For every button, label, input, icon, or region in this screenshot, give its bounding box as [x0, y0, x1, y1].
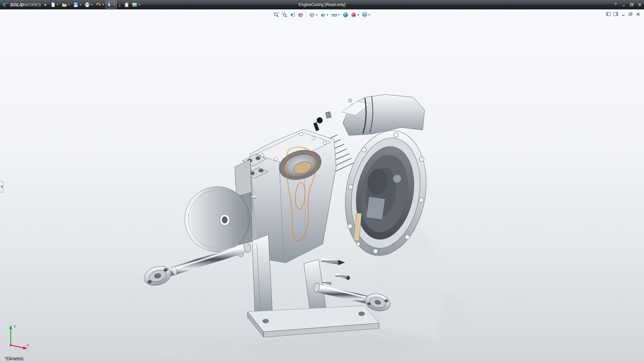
toolbar-separator: [306, 12, 307, 17]
print-button[interactable]: ▼: [83, 1, 95, 9]
main-toolbar: ▼ ▼ ▼: [49, 0, 142, 9]
previous-view-button[interactable]: [289, 11, 297, 18]
view-settings-button[interactable]: ▼: [361, 11, 371, 18]
dropdown-arrow-icon[interactable]: ▼: [315, 13, 318, 16]
options-button[interactable]: ▼: [130, 1, 142, 9]
reference-triad: Y X: [5, 323, 30, 351]
previous-view-icon: [290, 12, 296, 18]
dropdown-arrow-icon[interactable]: ▼: [326, 13, 329, 16]
dropdown-arrow-icon[interactable]: ▼: [68, 3, 70, 6]
view-orientation-label: *Dimetric: [5, 356, 24, 361]
new-document-icon: [50, 2, 56, 7]
options-image-icon: [132, 2, 137, 7]
view-orientation-button[interactable]: ▼: [308, 11, 319, 18]
select-tool-button[interactable]: ▼: [106, 1, 117, 9]
engine-casing-model: [0, 9, 644, 362]
solidworks-logo: SOLIDWORKS: [0, 2, 44, 8]
doc-window-right-button[interactable]: [613, 12, 619, 16]
window-left-icon: [606, 12, 611, 16]
dropdown-arrow-icon[interactable]: ▼: [368, 13, 370, 16]
help-button[interactable]: ?: [612, 2, 619, 8]
dropdown-arrow-icon[interactable]: ▼: [357, 13, 359, 16]
close-button[interactable]: [637, 2, 643, 8]
apply-scene-button[interactable]: ▼: [350, 11, 360, 18]
section-view-icon: [298, 12, 304, 18]
view-settings-icon: [362, 12, 367, 18]
dropdown-arrow-icon[interactable]: ▼: [113, 3, 115, 6]
model-viewport[interactable]: ▼ ▼ ▼: [0, 9, 644, 362]
minimize-button[interactable]: [621, 2, 627, 8]
dropdown-arrow-icon[interactable]: ▼: [102, 3, 104, 6]
collapse-arrow-icon: [1, 185, 2, 188]
select-cursor-icon: [107, 2, 112, 7]
minimize-icon: [622, 3, 625, 6]
rebuild-indicator-button[interactable]: [117, 1, 123, 9]
help-glyph: ?: [614, 2, 617, 7]
display-style-cube-icon: [320, 12, 326, 18]
new-document-button[interactable]: ▼: [49, 1, 60, 9]
zoom-to-fit-icon: [274, 12, 279, 18]
toolbar-overflow-grip[interactable]: ▶: [45, 3, 47, 6]
doc-close-button[interactable]: [635, 12, 641, 16]
undo-arrow-icon: [96, 2, 101, 7]
window-right-icon: [613, 12, 618, 16]
window-controls: ?: [612, 0, 643, 9]
doc-restore-button[interactable]: [628, 12, 633, 16]
dropdown-arrow-icon[interactable]: ▼: [79, 3, 82, 6]
zoom-to-fit-button[interactable]: [273, 11, 280, 18]
glasses-icon: [331, 12, 337, 18]
close-icon: [638, 3, 641, 6]
properties-clipboard-button[interactable]: [123, 1, 130, 9]
clipboard-icon: [124, 2, 129, 7]
triad-y-label: Y: [13, 324, 16, 328]
restore-button[interactable]: [629, 2, 635, 8]
restore-icon: [630, 3, 634, 6]
titlebar: SOLIDWORKS ▶ ▼ ▼: [0, 0, 644, 9]
open-document-button[interactable]: ▼: [60, 1, 72, 9]
display-style-button[interactable]: ▼: [319, 11, 330, 18]
doc-minimize-button[interactable]: [621, 12, 626, 16]
doc-minimize-icon: [622, 12, 625, 16]
solidworks-window: SOLIDWORKS ▶ ▼ ▼: [0, 0, 644, 362]
solidworks-logo-icon: [2, 2, 9, 8]
open-folder-icon: [62, 2, 67, 7]
doc-close-icon: [636, 12, 640, 16]
traffic-light-icon: [118, 2, 121, 7]
save-floppy-icon: [73, 2, 78, 7]
scene-ball-icon: [351, 12, 356, 18]
heads-up-toolbar: ▼ ▼ ▼: [273, 11, 372, 18]
zoom-to-area-icon: [282, 12, 287, 18]
doc-window-left-button[interactable]: [606, 12, 611, 16]
feature-tree-collapse-tab[interactable]: [0, 181, 3, 192]
undo-button[interactable]: ▼: [94, 1, 106, 9]
dropdown-arrow-icon[interactable]: ▼: [56, 3, 59, 6]
hide-show-items-button[interactable]: ▼: [330, 11, 341, 18]
section-view-button[interactable]: [297, 11, 305, 18]
solidworks-wordmark: SOLIDWORKS: [10, 2, 41, 7]
zoom-to-area-button[interactable]: [281, 11, 288, 18]
view-orientation-cube-icon: [309, 12, 315, 18]
dropdown-arrow-icon[interactable]: ▼: [338, 13, 340, 16]
doc-restore-icon: [629, 12, 633, 16]
save-button[interactable]: ▼: [72, 1, 83, 9]
triad-x-label: X: [26, 343, 29, 347]
wordmark-works: WORKS: [24, 2, 41, 7]
window-title: EngineCasing [Read-only]: [299, 0, 345, 9]
appearance-ball-icon: [342, 12, 348, 18]
wordmark-solid: SOLID: [10, 2, 24, 7]
dropdown-arrow-icon[interactable]: ▼: [138, 3, 141, 6]
dropdown-arrow-icon[interactable]: ▼: [91, 3, 93, 6]
document-window-controls: [606, 12, 641, 16]
edit-appearance-button[interactable]: [341, 11, 349, 18]
print-icon: [85, 2, 90, 7]
